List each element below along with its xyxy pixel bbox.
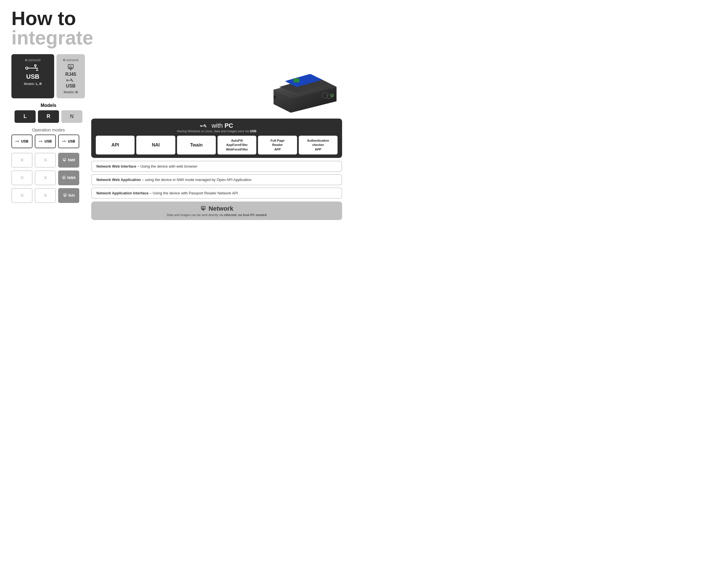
svg-point-34 — [62, 141, 63, 142]
network-footer-label: Network — [209, 205, 234, 212]
usb-op-icon-2 — [39, 140, 43, 143]
nai-x1: ✕ — [11, 188, 33, 203]
svg-rect-58 — [294, 78, 299, 82]
network-info-nwa: Network Web Application – using the devi… — [91, 174, 342, 185]
nwi-x1: ✕ — [11, 153, 33, 168]
model-btn-r[interactable]: R — [38, 110, 59, 123]
nwa-eth-icon — [62, 176, 66, 180]
title-section: How to integrate — [11, 8, 342, 47]
connection-boxes: osmond USB Models: L, R — [11, 54, 86, 98]
models-section: Models L R N — [11, 103, 86, 123]
left-column: osmond USB Models: L, R — [11, 54, 86, 203]
network-info-nai: Network Application Interface – Using th… — [91, 187, 342, 199]
svg-point-28 — [39, 141, 40, 142]
op-mode-usb-3[interactable]: USB — [58, 135, 79, 148]
model-btn-l[interactable]: L — [14, 110, 36, 123]
nai-x2: ✕ — [35, 188, 56, 203]
model-btn-n[interactable]: N — [61, 110, 82, 123]
nai-eth-icon — [63, 194, 67, 198]
title-integrate: integrate — [11, 28, 342, 47]
usb-pc-title-text: with PC — [211, 122, 233, 129]
usb-pc-icon — [200, 124, 208, 129]
usb-connection-box: osmond USB Models: L, R — [11, 54, 54, 98]
usb-op-icon-3 — [62, 140, 67, 143]
pc-item-nai[interactable]: NAI — [136, 136, 175, 154]
op-mode-usb-2[interactable]: USB — [35, 135, 56, 148]
usb-pc-title: with PC — [96, 122, 338, 129]
svg-rect-5 — [34, 65, 36, 66]
pc-item-api[interactable]: API — [96, 136, 135, 154]
usb-label-2: USB — [61, 83, 80, 89]
network-footer-title: Network — [96, 205, 338, 212]
usb-op-icon-1 — [15, 140, 20, 143]
usb-brand: osmond — [16, 58, 49, 62]
main-layout: osmond USB Models: L, R — [11, 54, 342, 220]
nai-label-btn[interactable]: NAI — [58, 188, 79, 203]
network-footer-subtitle: Data and images can be sent directly via… — [96, 213, 338, 217]
nwi-label-btn[interactable]: NWI — [58, 153, 79, 168]
network-footer: Network Data and images can be sent dire… — [91, 202, 342, 220]
svg-point-2 — [26, 67, 28, 69]
pc-item-twain[interactable]: Twain — [177, 136, 216, 154]
usb-models: Models: L, R — [24, 82, 42, 85]
pc-item-fullpage[interactable]: Full PageReaderAPP — [258, 136, 297, 154]
network-rows-left: ✕ ✕ NWI ✕ — [11, 153, 86, 203]
op-mode-usb-1[interactable]: USB — [11, 135, 33, 148]
osmond-logo-icon — [25, 59, 27, 61]
nwa-label-btn[interactable]: NWA — [58, 170, 79, 185]
network-row-nwi: ✕ ✕ NWI — [11, 153, 86, 168]
usb-pc-header: with PC Having Windows or Linux, data an… — [96, 122, 338, 133]
device-image-wrapper — [91, 54, 342, 114]
page-wrapper: How to integrate osmond — [0, 0, 354, 229]
usb-icon-large — [25, 64, 41, 72]
nwa-x2: ✕ — [35, 170, 56, 185]
svg-point-22 — [16, 141, 16, 142]
operation-modes-title: Operation modes — [11, 128, 86, 132]
rj45-brand: osmond — [61, 58, 80, 62]
network-footer-icon — [200, 206, 206, 211]
svg-point-16 — [67, 79, 68, 81]
network-row-nwa: ✕ ✕ NWA — [11, 170, 86, 185]
model-buttons: L R N — [11, 110, 86, 123]
models-title: Models — [11, 103, 86, 108]
usb-pc-subtitle: Having Windows or Linux, data and images… — [96, 129, 338, 133]
rj45-connection-box: osmond RJ45 — [57, 54, 85, 98]
usb-pc-items: API NAI Twain AutoFillAppFormFillerWebFo… — [96, 136, 338, 154]
op-mode-buttons: USB USB — [11, 135, 86, 148]
rj45-models: Models: N — [64, 90, 78, 94]
right-column: with PC Having Windows or Linux, data an… — [91, 54, 342, 220]
nwi-eth-icon — [62, 158, 67, 162]
rj45-icon — [66, 64, 75, 71]
network-row-nai: ✕ ✕ NAI — [11, 188, 86, 203]
usb-label: USB — [16, 73, 49, 80]
rj45-label: RJ45 — [61, 72, 80, 77]
pc-item-auth[interactable]: AuthenticationcheckerAPP — [299, 136, 338, 154]
title-how: How to — [11, 8, 342, 28]
usb-pc-box: with PC Having Windows or Linux, data an… — [91, 118, 342, 158]
nwa-x1: ✕ — [11, 170, 33, 185]
osmond-logo-icon-2 — [63, 59, 65, 61]
nwi-x2: ✕ — [35, 153, 56, 168]
device-image — [262, 54, 342, 114]
operation-modes-section: Operation modes USB — [11, 128, 86, 148]
svg-rect-62 — [274, 96, 276, 99]
usb-icon-small — [66, 78, 75, 83]
network-section: Network Web Interface – Using the device… — [91, 161, 342, 199]
network-info-nwi: Network Web Interface – Using the device… — [91, 161, 342, 172]
pc-item-autofill[interactable]: AutoFillAppFormFillerWebFormFiller — [217, 136, 256, 154]
svg-point-63 — [200, 126, 202, 127]
